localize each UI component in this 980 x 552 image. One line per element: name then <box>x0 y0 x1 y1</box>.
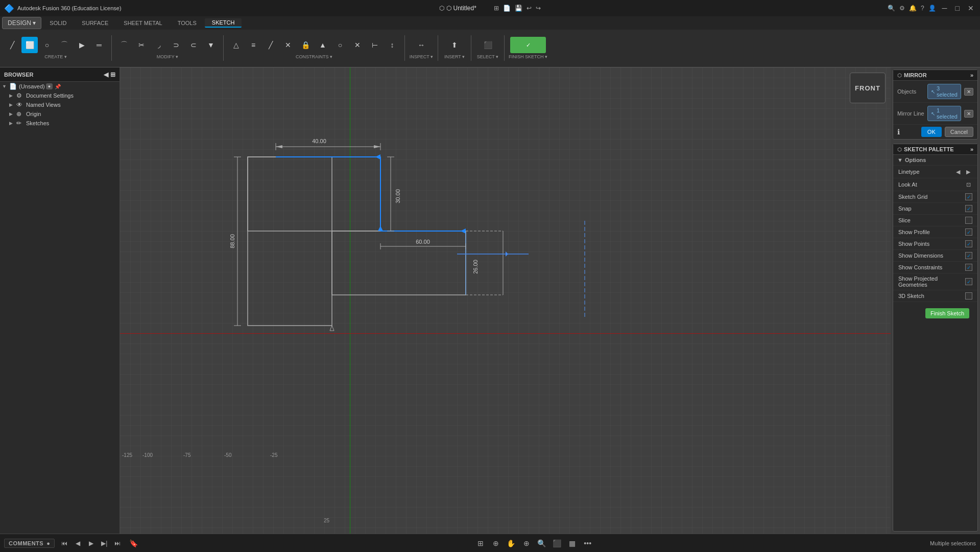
show-profile-checkbox[interactable] <box>965 228 972 236</box>
tool-polygon[interactable]: ▶ <box>74 37 90 53</box>
finish-sketch-palette-btn[interactable]: Finish Sketch <box>925 308 969 318</box>
tab-sketch[interactable]: SKETCH <box>205 18 242 28</box>
browser-item-unsaved[interactable]: ▼ 📄 (Unsaved) ● 📌 <box>0 82 119 91</box>
browser-item-sketches[interactable]: ▶ ✏ Sketches <box>0 119 119 128</box>
linetype-left-icon[interactable]: ◀ <box>954 168 962 176</box>
linetype-right-icon[interactable]: ▶ <box>964 168 972 176</box>
3d-sketch-checkbox[interactable] <box>965 292 972 300</box>
palette-header: ⬡ SKETCH PALETTE » <box>893 144 977 155</box>
tool-mirror[interactable]: ⊂ <box>185 37 202 53</box>
close-button[interactable]: ✕ <box>966 4 976 12</box>
mirror-line-clear-btn[interactable]: ✕ <box>964 110 973 118</box>
browser-settings-icon[interactable]: ⊞ <box>110 71 115 78</box>
pin-icon[interactable]: 📌 <box>55 84 61 89</box>
nav-icon-save[interactable]: 💾 <box>515 5 522 12</box>
palette-row-3d-sketch: 3D Sketch <box>893 290 977 302</box>
sketch-grid-checkbox[interactable] <box>965 193 972 200</box>
view-cube[interactable]: FRONT <box>850 73 886 103</box>
tab-surface[interactable]: SURFACE <box>75 19 115 27</box>
mirror-expand-icon[interactable]: » <box>970 72 973 78</box>
tool-offset[interactable]: ⊃ <box>168 37 184 53</box>
fit-btn[interactable]: ⊕ <box>520 537 533 550</box>
tool-inspect[interactable]: ↔ <box>409 37 434 53</box>
grid-settings-btn[interactable]: ⊞ <box>474 537 487 550</box>
browser-item-doc-settings[interactable]: ▶ ⚙ Document Settings <box>0 91 119 100</box>
tool-line2[interactable]: ═ <box>91 37 107 53</box>
nav-icon-undo[interactable]: ↩ <box>527 5 532 12</box>
tool-constraint8[interactable]: ✕ <box>349 37 366 53</box>
comments-section[interactable]: COMMENTS ● <box>4 539 55 548</box>
tool-constraint7[interactable]: ○ <box>332 37 348 53</box>
show-projected-checkbox[interactable] <box>965 278 972 285</box>
tool-scale[interactable]: ▼ <box>203 37 219 53</box>
browser-item-named-views[interactable]: ▶ 👁 Named Views <box>0 100 119 109</box>
sep4 <box>438 35 438 61</box>
finish-sketch-toolbar-btn[interactable]: ✓ <box>510 37 546 53</box>
browser-item-origin[interactable]: ▶ ⊕ Origin <box>0 109 119 119</box>
tool-constraint5[interactable]: 🔒 <box>297 37 314 53</box>
tool-constraint6[interactable]: ▲ <box>315 37 331 53</box>
tool-constraint1[interactable]: △ <box>228 37 244 53</box>
step-back-btn[interactable]: ⏮ <box>59 538 70 549</box>
tool-rectangle[interactable]: ⬜ <box>21 37 38 53</box>
tool-line[interactable]: ╱ <box>4 37 20 53</box>
create-label: CREATE ▾ <box>44 54 66 59</box>
grid-toggle-btn[interactable]: ▦ <box>566 537 579 550</box>
next-btn[interactable]: ▶| <box>99 538 110 549</box>
more-tools-btn[interactable]: ••• <box>581 537 594 550</box>
snap-checkbox[interactable] <box>965 205 972 212</box>
objects-selected-btn[interactable]: ↖ 3 selected <box>927 84 961 99</box>
tab-solid[interactable]: SOLID <box>42 19 74 27</box>
slice-checkbox[interactable] <box>965 217 972 224</box>
tab-sheet-metal[interactable]: SHEET METAL <box>116 19 169 27</box>
design-dropdown[interactable]: DESIGN ▾ <box>2 17 41 29</box>
show-dimensions-checkbox[interactable] <box>965 252 972 259</box>
nav-icon-file[interactable]: 📄 <box>503 5 511 12</box>
display-mode-btn[interactable]: ⬛ <box>551 537 564 550</box>
nav-icon-redo[interactable]: ↪ <box>536 5 541 12</box>
tool-fillet[interactable]: ⌒ <box>116 37 132 53</box>
step-fwd-btn[interactable]: ⏭ <box>112 538 123 549</box>
minimize-button[interactable]: ─ <box>940 4 949 12</box>
palette-expand-icon[interactable]: » <box>970 146 973 152</box>
tool-constraint2[interactable]: ≡ <box>245 37 261 53</box>
tool-extend[interactable]: ◞ <box>151 37 167 53</box>
prev-btn[interactable]: ◀ <box>72 538 83 549</box>
notification-icon: 🔔 <box>909 5 917 12</box>
palette-row-sketch-grid: Sketch Grid <box>893 191 977 203</box>
browser-title: BROWSER <box>4 72 33 78</box>
comments-toggle-icon: ● <box>46 540 50 546</box>
search-icon: 🔍 <box>888 5 895 12</box>
canvas-area[interactable]: 40.00 30.00 60.00 88.00 26.00 FRONT -125… <box>120 67 891 534</box>
tool-trim[interactable]: ✂ <box>133 37 150 53</box>
mirror-info-icon[interactable]: ℹ <box>897 128 900 136</box>
finish-sketch-label: FINISH SKETCH ▾ <box>509 54 547 59</box>
objects-clear-btn[interactable]: ✕ <box>964 88 973 96</box>
tool-circle[interactable]: ○ <box>39 37 55 53</box>
collapse-browser-icon[interactable]: ◀ <box>104 71 108 78</box>
play-btn[interactable]: ▶ <box>85 538 97 549</box>
look-at-btn[interactable]: ⊡ <box>964 180 972 189</box>
tool-select[interactable]: ⬛ <box>475 37 500 53</box>
tool-arc[interactable]: ⌒ <box>56 37 73 53</box>
maximize-button[interactable]: □ <box>953 4 962 12</box>
tool-insert[interactable]: ⬆ <box>442 37 467 53</box>
tool-constraint3[interactable]: ╱ <box>262 37 279 53</box>
status-text: Multiple selections <box>930 540 976 546</box>
pan-btn[interactable]: ✋ <box>505 537 518 550</box>
mirror-line-selected-btn[interactable]: ↖ 1 selected <box>927 106 961 121</box>
mirror-cancel-btn[interactable]: Cancel <box>945 127 973 137</box>
zoom-btn[interactable]: 🔍 <box>535 537 548 550</box>
timeline-marker[interactable]: 🔖 <box>129 539 138 547</box>
palette-title: SKETCH PALETTE <box>904 146 954 152</box>
show-points-checkbox[interactable] <box>965 240 972 247</box>
tab-tools[interactable]: TOOLS <box>171 19 204 27</box>
tool-constraint9[interactable]: ⊢ <box>367 37 383 53</box>
tool-constraint4[interactable]: ✕ <box>280 37 296 53</box>
mirror-ok-btn[interactable]: OK <box>921 127 942 137</box>
show-constraints-checkbox[interactable] <box>965 264 972 271</box>
orbit-btn[interactable]: ⊕ <box>489 537 503 550</box>
tool-constraint10[interactable]: ↕ <box>384 37 400 53</box>
toolbar-area: DESIGN ▾ SOLID SURFACE SHEET METAL TOOLS… <box>0 16 980 67</box>
nav-icon-grid[interactable]: ⊞ <box>494 5 499 12</box>
